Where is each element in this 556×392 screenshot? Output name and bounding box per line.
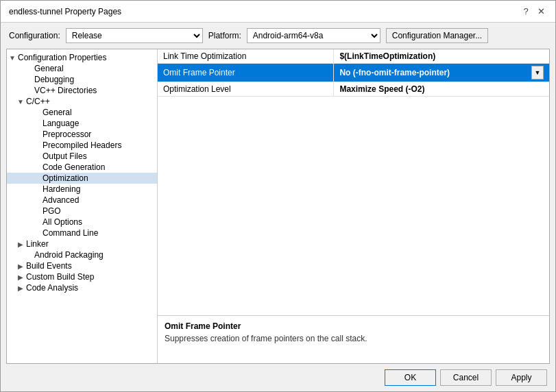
prop-name-omit-frame-pointer: Omit Frame Pointer — [158, 64, 334, 82]
tree-expander-build-events[interactable]: ▶ — [15, 262, 26, 270]
tree-label-advanced: Advanced — [43, 195, 79, 205]
tree-label-pgo: PGO — [43, 206, 61, 216]
ok-button[interactable]: OK — [385, 369, 436, 386]
prop-row-omit-frame-pointer[interactable]: Omit Frame PointerNo (-fno-omit-frame-po… — [158, 64, 549, 82]
properties-table: Link Time Optimization$(LinkTimeOptimiza… — [158, 49, 549, 97]
tree-label-general: General — [34, 64, 64, 73]
cancel-button[interactable]: Cancel — [440, 369, 492, 386]
tree-expander-cpp[interactable]: ▼ — [15, 98, 26, 106]
tree-item-all-options[interactable]: All Options — [7, 217, 157, 228]
tree-item-debugging[interactable]: Debugging — [7, 74, 157, 85]
prop-name-optimization-level: Optimization Level — [158, 82, 334, 97]
tree-item-vc-dirs[interactable]: VC++ Directories — [7, 85, 157, 96]
prop-value-omit-frame-pointer: No (-fno-omit-frame-pointer)▼ — [334, 64, 549, 82]
tree-item-general[interactable]: General — [7, 63, 157, 74]
props-panel: Link Time Optimization$(LinkTimeOptimiza… — [158, 49, 549, 363]
tree-item-custom-build-step[interactable]: ▶Custom Build Step — [7, 271, 157, 282]
tree-label-preprocessor: Preprocessor — [43, 130, 91, 139]
tree-expander-linker[interactable]: ▶ — [15, 241, 26, 248]
prop-name-link-time-opt: Link Time Optimization — [158, 49, 334, 64]
tree-label-linker: Linker — [26, 239, 49, 249]
tree-expander-config-props[interactable]: ▼ — [7, 54, 18, 62]
tree-label-config-props: Configuration Properties — [18, 53, 106, 62]
configuration-select[interactable]: Release — [66, 28, 203, 43]
prop-row-optimization-level[interactable]: Optimization LevelMaximize Speed (-O2) — [158, 82, 549, 97]
tree-item-linker[interactable]: ▶Linker — [7, 238, 157, 249]
prop-row-link-time-opt[interactable]: Link Time Optimization$(LinkTimeOptimiza… — [158, 49, 549, 64]
tree-item-cpp[interactable]: ▼C/C++ — [7, 96, 157, 107]
property-pages-dialog: endless-tunnel Property Pages ? ✕ Config… — [0, 0, 556, 392]
tree-label-cpp: C/C++ — [26, 97, 50, 106]
button-bar: OK Cancel Apply — [1, 364, 555, 391]
platform-select[interactable]: Android-arm64-v8a — [247, 28, 380, 43]
tree-item-optimization[interactable]: Optimization — [7, 173, 157, 184]
close-button[interactable]: ✕ — [535, 5, 547, 18]
tree-expander-custom-build-step[interactable]: ▶ — [15, 273, 26, 281]
description-title: Omit Frame Pointer — [165, 321, 542, 331]
tree-item-output-files[interactable]: Output Files — [7, 151, 157, 162]
tree-label-code-analysis: Code Analysis — [26, 283, 78, 293]
tree-label-build-events: Build Events — [26, 261, 72, 271]
tree-label-cpp-general: General — [43, 108, 72, 117]
tree-label-debugging: Debugging — [34, 75, 74, 84]
dialog-title: endless-tunnel Property Pages — [9, 7, 121, 16]
toolbar: Configuration: Release Platform: Android… — [1, 23, 555, 49]
props-table: Link Time Optimization$(LinkTimeOptimiza… — [158, 49, 549, 315]
tree-item-precompiled-headers[interactable]: Precompiled Headers — [7, 140, 157, 151]
tree-item-build-events[interactable]: ▶Build Events — [7, 260, 157, 271]
description-text: Suppresses creation of frame pointers on… — [165, 334, 542, 343]
prop-value-optimization-level: Maximize Speed (-O2) — [334, 82, 549, 97]
configuration-label: Configuration: — [9, 31, 60, 40]
tree-item-android-packaging[interactable]: Android Packaging — [7, 249, 157, 260]
tree-label-custom-build-step: Custom Build Step — [26, 272, 94, 282]
tree-item-preprocessor[interactable]: Preprocessor — [7, 129, 157, 140]
tree-item-cpp-general[interactable]: General — [7, 107, 157, 118]
tree-item-code-analysis[interactable]: ▶Code Analysis — [7, 282, 157, 293]
tree-label-android-packaging: Android Packaging — [34, 250, 104, 260]
tree-label-all-options: All Options — [43, 217, 82, 227]
tree-item-code-generation[interactable]: Code Generation — [7, 162, 157, 173]
prop-value-link-time-opt: $(LinkTimeOptimization) — [334, 49, 549, 64]
tree-item-advanced[interactable]: Advanced — [7, 195, 157, 206]
tree-label-output-files: Output Files — [43, 151, 87, 161]
description-panel: Omit Frame Pointer Suppresses creation o… — [158, 315, 549, 363]
title-controls: ? ✕ — [520, 5, 547, 18]
tree-expander-code-analysis[interactable]: ▶ — [15, 284, 26, 292]
apply-button[interactable]: Apply — [496, 369, 547, 386]
tree-panel: ▼Configuration PropertiesGeneralDebuggin… — [7, 49, 158, 363]
tree-item-pgo[interactable]: PGO — [7, 206, 157, 217]
tree-label-optimization: Optimization — [43, 173, 88, 183]
tree-label-language: Language — [43, 119, 79, 128]
title-bar: endless-tunnel Property Pages ? ✕ — [1, 1, 555, 23]
tree-label-hardening: Hardening — [43, 184, 80, 194]
tree-item-config-props[interactable]: ▼Configuration Properties — [7, 52, 157, 63]
prop-dropdown-omit-frame-pointer[interactable]: ▼ — [531, 66, 544, 79]
main-content: ▼Configuration PropertiesGeneralDebuggin… — [6, 49, 550, 364]
tree-label-vc-dirs: VC++ Directories — [34, 86, 97, 95]
tree-item-hardening[interactable]: Hardening — [7, 184, 157, 195]
tree-label-precompiled-headers: Precompiled Headers — [43, 140, 121, 150]
tree-item-language[interactable]: Language — [7, 118, 157, 129]
tree-item-command-line[interactable]: Command Line — [7, 228, 157, 238]
config-manager-button[interactable]: Configuration Manager... — [386, 28, 488, 43]
tree-label-command-line: Command Line — [43, 228, 98, 238]
tree-label-code-generation: Code Generation — [43, 162, 105, 172]
platform-label: Platform: — [208, 31, 241, 40]
help-button[interactable]: ? — [520, 5, 532, 18]
